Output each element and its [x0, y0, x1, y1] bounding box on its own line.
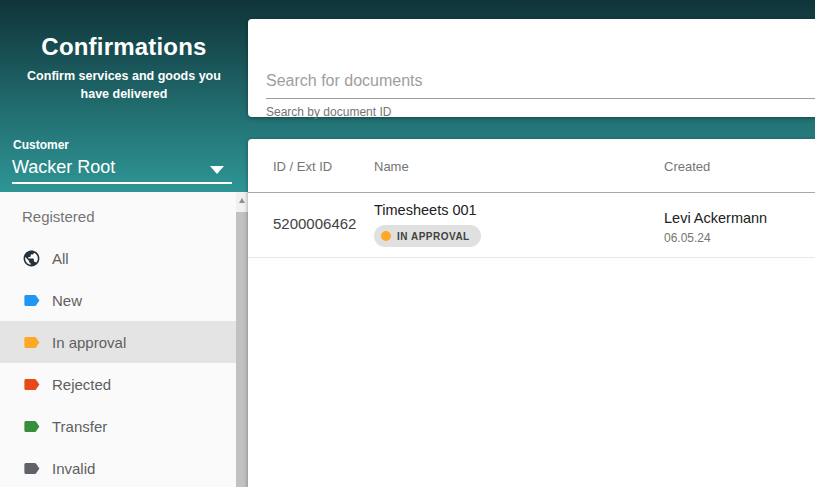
customer-select-underline [12, 182, 232, 184]
sidebar-item-label: All [52, 250, 69, 267]
scrollbar-up-arrow-icon[interactable] [236, 192, 248, 208]
sidebar-item-in-approval[interactable]: In approval [0, 321, 236, 363]
status-filter-panel: Registered All New In approval Rejected [0, 192, 248, 487]
label-icon [22, 417, 41, 436]
sidebar-item-transfer[interactable]: Transfer [0, 405, 236, 447]
document-name: Timesheets 001 [374, 202, 477, 218]
sidebar-item-all[interactable]: All [0, 237, 236, 279]
sidebar-item-label: In approval [52, 334, 126, 351]
app-window: Confirmations Confirm services and goods… [0, 0, 815, 487]
label-icon [22, 459, 41, 478]
sidebar-item-rejected[interactable]: Rejected [0, 363, 236, 405]
column-header-id: ID / Ext ID [273, 139, 332, 193]
created-by: Levi Ackermann [664, 210, 767, 226]
customer-select[interactable]: Customer Wacker Root [0, 132, 248, 192]
sidebar-item-invalid[interactable]: Invalid [0, 447, 236, 487]
created-date: 06.05.24 [664, 231, 711, 245]
label-icon [22, 375, 41, 394]
sidebar-item-new[interactable]: New [0, 279, 236, 321]
status-dot-icon [381, 231, 391, 241]
globe-icon [22, 249, 41, 268]
page-subtitle: Confirm services and goods you have deli… [16, 67, 232, 103]
sidebar-item-label: Rejected [52, 376, 111, 393]
sidebar-item-label: Transfer [52, 418, 107, 435]
customer-select-label: Customer [13, 138, 69, 152]
search-card: Search by document ID [248, 19, 815, 117]
column-header-created: Created [664, 139, 710, 193]
chevron-down-icon [210, 166, 224, 174]
page-title: Confirmations [0, 33, 248, 61]
table-header-row: ID / Ext ID Name Created [248, 139, 815, 193]
column-header-name: Name [374, 139, 409, 193]
sidebar-item-label: New [52, 292, 82, 309]
label-icon [22, 291, 41, 310]
sidebar-scrollbar-thumb[interactable] [236, 212, 248, 487]
documents-table: ID / Ext ID Name Created 5200006462 Time… [248, 139, 815, 487]
section-label-registered: Registered [0, 195, 236, 237]
document-id: 5200006462 [273, 215, 356, 232]
status-badge-label: IN APPROVAL [397, 231, 470, 242]
customer-select-value: Wacker Root [12, 157, 115, 178]
sidebar-header: Confirmations Confirm services and goods… [0, 0, 248, 130]
search-helper-text: Search by document ID [266, 105, 391, 119]
table-row[interactable]: 5200006462 Timesheets 001 IN APPROVAL Le… [248, 194, 815, 258]
label-icon [22, 333, 41, 352]
sidebar-item-label: Invalid [52, 460, 95, 477]
search-input[interactable] [266, 63, 815, 99]
status-badge: IN APPROVAL [374, 225, 481, 247]
